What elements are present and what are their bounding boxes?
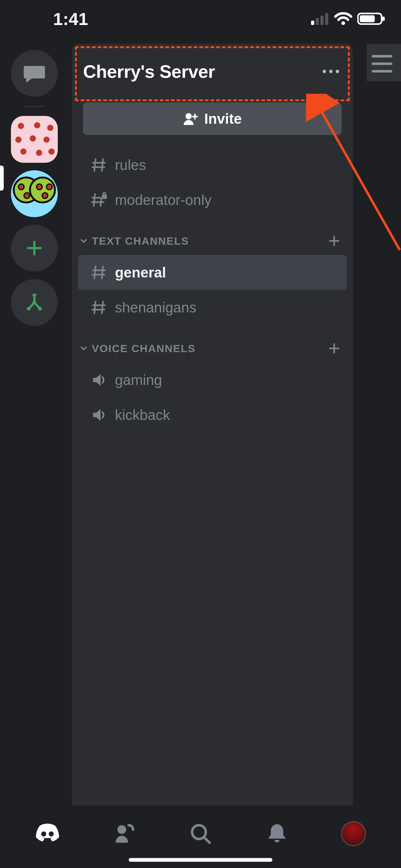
invite-button[interactable]: Invite: [83, 102, 342, 135]
channel-kickback[interactable]: kickback: [78, 398, 347, 432]
svg-point-4: [341, 21, 345, 25]
channel-moderator-only[interactable]: moderator-only: [78, 183, 347, 217]
server-avatar-tree[interactable]: [11, 170, 58, 217]
channel-panel: Cherry's Server Invite rules moderator-o…: [72, 44, 353, 806]
svg-point-8: [32, 294, 36, 297]
category-label: TEXT CHANNELS: [92, 235, 328, 247]
svg-rect-0: [311, 21, 314, 25]
svg-rect-13: [102, 195, 107, 199]
svg-point-11: [38, 307, 42, 311]
svg-point-15: [41, 832, 46, 836]
invite-label: Invite: [204, 110, 242, 127]
search-icon: [190, 823, 211, 844]
status-bar: 1:41: [0, 0, 401, 37]
status-time: 1:41: [53, 9, 88, 29]
channel-label: moderator-only: [115, 191, 211, 208]
channel-gaming[interactable]: gaming: [78, 363, 347, 398]
add-channel-button[interactable]: [328, 342, 340, 354]
chevron-down-icon: [80, 345, 88, 352]
hash-icon: [89, 157, 109, 173]
user-avatar: [341, 821, 366, 846]
hash-icon: [89, 265, 109, 280]
hash-lock-icon: [89, 192, 109, 208]
invite-person-icon: [183, 113, 198, 125]
hamburger-menu-button[interactable]: [372, 55, 392, 72]
svg-point-16: [49, 832, 54, 836]
speaker-icon: [89, 407, 109, 423]
svg-point-9: [32, 301, 36, 304]
server-header[interactable]: Cherry's Server: [72, 44, 353, 99]
plus-icon: [26, 239, 43, 257]
tab-profile[interactable]: [335, 818, 372, 849]
svg-rect-2: [321, 16, 324, 25]
add-server-button[interactable]: [11, 225, 58, 272]
svg-rect-1: [316, 18, 319, 25]
chevron-down-icon: [80, 237, 88, 245]
server-rail: [9, 50, 59, 326]
category-label: VOICE CHANNELS: [92, 342, 328, 354]
category-text-channels[interactable]: TEXT CHANNELS: [72, 227, 353, 255]
channel-general[interactable]: general: [78, 255, 347, 290]
svg-point-17: [118, 825, 126, 834]
svg-point-10: [27, 307, 31, 311]
svg-point-12: [186, 113, 192, 119]
cellular-icon: [311, 12, 329, 25]
server-title: Cherry's Server: [83, 61, 215, 82]
channel-label: kickback: [115, 406, 170, 423]
server-avatar-cherry[interactable]: [11, 116, 58, 163]
server-selection-indicator: [0, 165, 4, 191]
svg-rect-3: [325, 13, 328, 25]
channel-rules[interactable]: rules: [78, 148, 347, 183]
rail-divider: [23, 105, 45, 107]
svg-rect-6: [382, 17, 385, 21]
speaker-icon: [89, 372, 109, 388]
channel-label: shenanigans: [115, 299, 196, 316]
add-channel-button[interactable]: [328, 235, 340, 247]
home-indicator: [129, 858, 272, 862]
tab-search[interactable]: [182, 818, 219, 849]
channel-shenanigans[interactable]: shenanigans: [78, 290, 347, 325]
tab-home[interactable]: [29, 818, 66, 849]
svg-rect-7: [360, 15, 375, 22]
tab-notifications[interactable]: [258, 818, 296, 849]
server-discovery-button[interactable]: [11, 279, 58, 326]
battery-icon: [357, 12, 386, 25]
more-icon[interactable]: [323, 70, 339, 73]
channel-label: gaming: [115, 372, 162, 389]
category-voice-channels[interactable]: VOICE CHANNELS: [72, 334, 353, 363]
discovery-icon: [24, 294, 44, 311]
channel-label: rules: [115, 157, 146, 174]
friend-wave-icon: [113, 823, 135, 844]
wifi-icon: [334, 12, 352, 25]
dm-button[interactable]: [11, 50, 58, 97]
discord-logo-icon: [33, 823, 62, 844]
tab-friends[interactable]: [105, 818, 143, 849]
hash-icon: [89, 300, 109, 315]
bell-icon: [267, 823, 287, 845]
status-icons: [311, 12, 386, 25]
channel-label: general: [115, 264, 166, 281]
chat-bubble-icon: [23, 64, 45, 83]
